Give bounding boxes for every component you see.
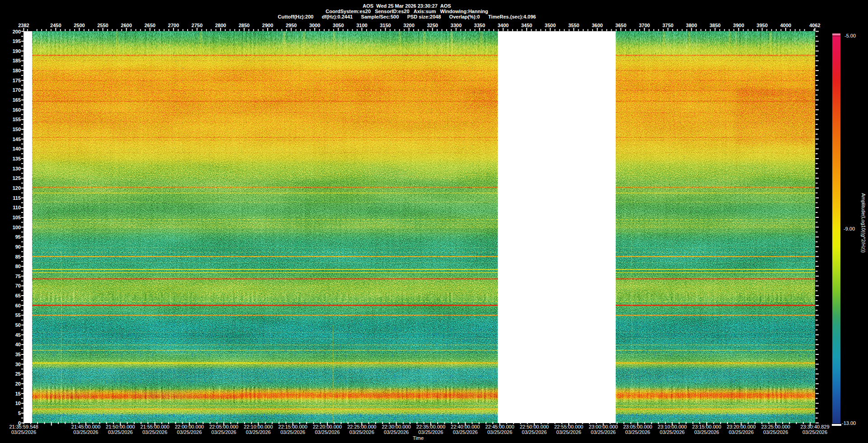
svg-text:21:45:00.000: 21:45:00.000 xyxy=(71,424,100,429)
svg-text:110: 110 xyxy=(13,205,21,210)
svg-text:3350: 3350 xyxy=(474,23,485,28)
svg-text:115: 115 xyxy=(13,195,21,201)
svg-text:130: 130 xyxy=(13,166,21,171)
svg-text:3850: 3850 xyxy=(709,23,720,28)
svg-text:21:35:59.548: 21:35:59.548 xyxy=(9,424,38,429)
svg-text:50: 50 xyxy=(15,322,21,328)
svg-text:125: 125 xyxy=(13,175,21,181)
svg-text:10: 10 xyxy=(15,401,21,406)
svg-text:22:10:00.000: 22:10:00.000 xyxy=(244,424,273,429)
svg-text:3300: 3300 xyxy=(451,23,462,28)
svg-text:21:55:00.000: 21:55:00.000 xyxy=(140,424,169,429)
svg-text:2650: 2650 xyxy=(144,23,155,28)
svg-text:03/25/2026: 03/25/2026 xyxy=(11,429,36,435)
svg-text:03/25/2026: 03/25/2026 xyxy=(453,429,478,435)
svg-text:3000: 3000 xyxy=(309,23,320,28)
svg-text:23:15:00.000: 23:15:00.000 xyxy=(692,424,721,429)
svg-text:2600: 2600 xyxy=(121,23,132,28)
svg-text:03/25/2026: 03/25/2026 xyxy=(315,429,340,435)
svg-text:21:50:00.000: 21:50:00.000 xyxy=(106,424,135,429)
svg-text:22:35:00.000: 22:35:00.000 xyxy=(416,424,445,429)
svg-text:3500: 3500 xyxy=(545,23,556,28)
svg-text:3650: 3650 xyxy=(615,23,626,28)
svg-text:60: 60 xyxy=(15,303,21,308)
svg-text:2950: 2950 xyxy=(286,23,297,28)
svg-text:120: 120 xyxy=(13,185,21,191)
svg-text:CoordSystem:es20 SensorID:es: CoordSystem:es20 SensorID:es20 Axis:sum … xyxy=(326,9,488,14)
svg-text:2750: 2750 xyxy=(192,23,203,28)
svg-text:-13.00: -13.00 xyxy=(842,420,856,426)
svg-text:-9.00: -9.00 xyxy=(844,226,855,231)
svg-text:3050: 3050 xyxy=(333,23,344,28)
svg-text:70: 70 xyxy=(15,283,21,288)
svg-text:3250: 3250 xyxy=(427,23,438,28)
svg-text:03/25/2026: 03/25/2026 xyxy=(418,429,443,435)
svg-text:3950: 3950 xyxy=(757,23,768,28)
svg-text:22:00:00.000: 22:00:00.000 xyxy=(175,424,204,429)
svg-text:03/25/2026: 03/25/2026 xyxy=(384,429,409,435)
svg-text:3550: 3550 xyxy=(568,23,579,28)
svg-text:85: 85 xyxy=(15,254,21,259)
svg-text:03/25/2026: 03/25/2026 xyxy=(694,429,719,435)
svg-text:03/25/2026: 03/25/2026 xyxy=(212,429,236,435)
svg-text:03/25/2026: 03/25/2026 xyxy=(487,429,512,435)
svg-text:2700: 2700 xyxy=(168,23,179,28)
svg-text:3900: 3900 xyxy=(733,23,744,28)
svg-text:Time: Time xyxy=(413,435,424,441)
svg-text:Amplitude(Log10((g^2/Hz)): Amplitude(Log10((g^2/Hz)) xyxy=(861,193,866,253)
svg-text:160: 160 xyxy=(13,107,21,113)
svg-text:200: 200 xyxy=(13,29,21,34)
svg-text:22:40:00.000: 22:40:00.000 xyxy=(451,424,480,429)
svg-text:20: 20 xyxy=(15,381,21,386)
svg-text:5: 5 xyxy=(18,410,21,416)
svg-text:22:30:00.000: 22:30:00.000 xyxy=(382,424,410,429)
svg-text:23:20:00.000: 23:20:00.000 xyxy=(726,424,755,429)
svg-text:AOS Wed 25 Mar 2026 23:30:27: AOS Wed 25 Mar 2026 23:30:27 AOS xyxy=(363,3,451,9)
svg-text:22:05:00.000: 22:05:00.000 xyxy=(209,424,238,429)
svg-text:3800: 3800 xyxy=(686,23,697,28)
svg-text:03/25/2026: 03/25/2026 xyxy=(142,429,167,435)
svg-text:22:50:00.000: 22:50:00.000 xyxy=(520,424,549,429)
svg-text:3700: 3700 xyxy=(639,23,650,28)
svg-text:35: 35 xyxy=(15,352,21,357)
svg-text:23:00:00.000: 23:00:00.000 xyxy=(589,424,618,429)
svg-text:22:25:00.000: 22:25:00.000 xyxy=(347,424,376,429)
svg-text:03/25/2026: 03/25/2026 xyxy=(177,429,202,435)
svg-text:4062: 4062 xyxy=(809,23,820,28)
svg-text:150: 150 xyxy=(13,127,21,132)
svg-text:190: 190 xyxy=(13,48,21,54)
svg-text:23:05:00.000: 23:05:00.000 xyxy=(623,424,652,429)
svg-text:03/25/2026: 03/25/2026 xyxy=(108,429,133,435)
svg-text:03/25/2026: 03/25/2026 xyxy=(73,429,98,435)
svg-text:3600: 3600 xyxy=(592,23,603,28)
svg-text:22:55:00.000: 22:55:00.000 xyxy=(554,424,583,429)
svg-text:2550: 2550 xyxy=(97,23,108,28)
svg-text:15: 15 xyxy=(15,391,21,396)
svg-text:140: 140 xyxy=(13,146,21,151)
svg-text:40: 40 xyxy=(15,342,21,347)
svg-text:3150: 3150 xyxy=(380,23,391,28)
svg-text:80: 80 xyxy=(15,264,21,269)
svg-text:105: 105 xyxy=(13,215,21,220)
svg-text:03/25/2026: 03/25/2026 xyxy=(349,429,374,435)
svg-text:180: 180 xyxy=(13,68,21,73)
svg-text:185: 185 xyxy=(13,58,21,63)
svg-text:2800: 2800 xyxy=(215,23,226,28)
svg-text:03/25/2026: 03/25/2026 xyxy=(763,429,788,435)
svg-text:03/25/2026: 03/25/2026 xyxy=(729,429,754,435)
svg-text:3450: 3450 xyxy=(521,23,532,28)
svg-text:2500: 2500 xyxy=(74,23,85,28)
svg-text:03/25/2026: 03/25/2026 xyxy=(660,429,684,435)
svg-text:155: 155 xyxy=(13,117,21,122)
svg-text:-5.00: -5.00 xyxy=(844,33,856,38)
svg-text:75: 75 xyxy=(15,273,21,279)
svg-text:03/25/2026: 03/25/2026 xyxy=(246,429,271,435)
svg-text:03/25/2026: 03/25/2026 xyxy=(802,429,827,435)
svg-text:23:10:00.000: 23:10:00.000 xyxy=(658,424,687,429)
svg-text:25: 25 xyxy=(15,371,21,377)
svg-text:45: 45 xyxy=(15,332,21,338)
svg-text:145: 145 xyxy=(13,137,21,142)
svg-text:95: 95 xyxy=(15,234,21,240)
svg-text:03/25/2026: 03/25/2026 xyxy=(557,429,581,435)
svg-text:2900: 2900 xyxy=(262,23,273,28)
